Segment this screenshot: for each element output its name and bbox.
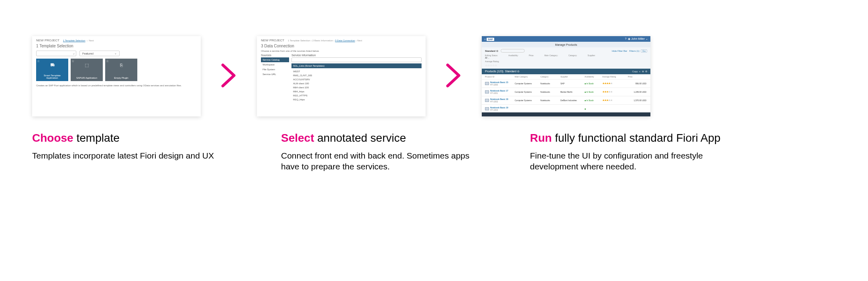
service-information-heading: Service Information [291, 54, 422, 57]
filters-link[interactable]: Filters (1) [629, 50, 639, 52]
filter-average-rating-stars[interactable]: ☆☆☆☆☆ [485, 64, 647, 67]
service-item[interactable]: M1Q_https [291, 98, 422, 102]
selected-service-row[interactable]: SGL_Lists (Smart Templates) [291, 63, 422, 68]
caption-run-body: Fine-tune the UI by configuration and fr… [530, 150, 747, 172]
variant-standard[interactable]: Standard ⊙ [485, 49, 498, 52]
tile-empty-plugin[interactable]: ☆ ⎘ Empty Plugin [105, 59, 137, 81]
caption-select-highlight: Select [281, 132, 314, 144]
table-row[interactable]: Notebook Basic 15HT-1000Computer Systems… [482, 79, 650, 88]
service-item[interactable]: ALM client 100 [291, 81, 422, 86]
product-thumbnail [485, 82, 489, 85]
template-search-input[interactable]: ⌕ [36, 51, 76, 56]
product-thumbnail [485, 99, 489, 102]
filter-editing-status: Editing Status:All ⌄ [485, 54, 498, 59]
go-button[interactable]: Go [641, 49, 647, 53]
copy-button[interactable]: Copy [632, 70, 638, 73]
caption-run-highlight: Run [530, 132, 552, 144]
service-item[interactable]: RMS_CL/NT_005 [291, 73, 422, 77]
page-title: Manage Products [482, 42, 650, 47]
hide-filter-bar-link[interactable]: Hide Filter Bar [612, 50, 627, 52]
data-connection-heading: 3 Data Connection [257, 43, 426, 50]
sources-heading: Sources [261, 54, 289, 57]
filter-price: Price: [529, 54, 534, 59]
product-thumbnail [485, 90, 489, 94]
captions-row: Choose template Templates incorporate la… [0, 116, 868, 172]
caption-choose: Choose template Templates incorporate la… [32, 132, 225, 172]
user-name: John Miller [631, 37, 645, 40]
fiori-shell-header: ⌂ SAP ? ◉ John Miller ⌄ [482, 36, 650, 42]
cubes-icon: ⬚ [72, 63, 101, 68]
filter-category: Category: [568, 54, 577, 59]
caption-choose-body: Templates incorporate latest Fiori desig… [32, 150, 225, 161]
plug-icon: ⎘ [107, 63, 136, 67]
table-column-headers: Product IDMain CategoryCategorySupplierA… [482, 74, 650, 79]
screenshot-data-connection: NEW PROJECT 1 Template Selection › 2 Bas… [257, 36, 426, 116]
breadcrumb-next: Next [89, 39, 94, 42]
caption-choose-highlight: Choose [32, 132, 73, 144]
filter-main-category: Main Category: [544, 54, 558, 59]
caption-select-body: Connect front end with back end. Sometim… [281, 150, 474, 172]
help-icon[interactable]: ? [625, 37, 626, 40]
table-row[interactable]: Notebook Basic 17HT-1001Computer Systems… [482, 88, 650, 96]
table-row[interactable]: Notebook Basic 18HT-1002Computer Systems… [482, 96, 650, 104]
caption-select: Select annotated service Connect front e… [281, 132, 474, 172]
filter-bar: Standard ⊙ Hide Filter Bar Filters (1) G… [482, 47, 650, 69]
table-header-bar: Products (123) Standard ⊙ Copy + ⊕ ⚙ [482, 69, 650, 74]
source-service-catalog[interactable]: Service Catalog [261, 57, 289, 62]
service-item[interactable]: M1D_HTTPS [291, 94, 422, 98]
tile-sapui5[interactable]: ☆ ⬚ SAPUI5 Application [71, 59, 103, 81]
caption-run: Run fully functional standard Fiori App … [530, 132, 747, 172]
breadcrumb-step-1: 1 Template Selection [63, 39, 86, 42]
system-select-dropdown[interactable] [291, 57, 422, 62]
search-input[interactable] [501, 49, 525, 53]
filter-average-rating-label: Average Rating: [485, 60, 647, 63]
template-selection-heading: 1 Template Selection [32, 43, 201, 50]
arrow-1 [217, 63, 241, 89]
chevron-down-icon: ⌄ [114, 52, 117, 55]
avatar[interactable]: ◉ [628, 37, 630, 40]
filter-supplier: Supplier: [588, 54, 596, 59]
tile-smart-template[interactable]: ☆ ⛟ Smart Template Application [36, 59, 68, 81]
breadcrumb-step-2: 2 Basic Information [312, 39, 333, 42]
table-row[interactable]: Notebook Basic 19HT-1003 [482, 104, 650, 113]
source-service-url[interactable]: Service URL [261, 72, 289, 77]
home-icon[interactable]: ⌂ SAP [484, 38, 494, 41]
new-project-label: NEW PROJECT [36, 39, 59, 42]
breadcrumb-next: Next [357, 39, 362, 42]
service-item[interactable]: M64_https [291, 90, 422, 94]
screenshot-row: NEW PROJECT 1 Template Selection › Next … [0, 0, 868, 116]
filter-availability: Availability: [508, 54, 518, 59]
search-icon: ⌕ [73, 52, 75, 55]
arrow-2 [442, 63, 466, 89]
screenshot-fiori-app: ⌂ SAP ? ◉ John Miller ⌄ Manage Products … [482, 36, 650, 116]
footer-bar [482, 112, 650, 116]
source-workspace[interactable]: Workspace [261, 62, 289, 67]
source-file-system[interactable]: File System [261, 67, 289, 72]
template-filter-dropdown[interactable]: Featured⌄ [79, 51, 120, 56]
truck-icon: ⛟ [38, 63, 67, 67]
sap-logo: SAP [487, 38, 494, 41]
template-description: Creates an SAP Fiori application which i… [32, 81, 201, 87]
service-item[interactable]: ACCOUNTSRV [291, 77, 422, 81]
service-item[interactable]: M64 client 100 [291, 86, 422, 90]
product-thumbnail [485, 107, 489, 110]
breadcrumb-step-1: 1 Template Selection [288, 39, 310, 42]
new-project-label: NEW PROJECT [261, 39, 284, 42]
screenshot-choose-template: NEW PROJECT 1 Template Selection › Next … [32, 36, 201, 116]
breadcrumb-step-3: 3 Data Connection [335, 39, 355, 42]
data-connection-subtitle: Choose a service from one of the sources… [257, 50, 426, 54]
service-item[interactable]: WEST [291, 69, 422, 73]
